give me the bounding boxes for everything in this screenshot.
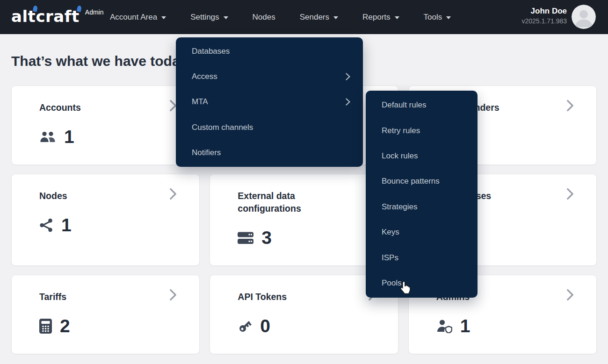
settings-dropdown-menu: Databases Access MTA Custom channels Not… (176, 37, 363, 167)
chevron-right-icon (169, 289, 177, 303)
nav-item-reports[interactable]: Reports (362, 13, 399, 22)
card-value: 2 (60, 316, 70, 336)
user-name: John Doe (521, 6, 567, 16)
top-navbar: altcraft Admin Account Area Settings Nod… (0, 0, 608, 34)
card-title: External data configurations (238, 190, 338, 215)
avatar-placeholder-icon (572, 5, 596, 29)
chevron-down-icon (446, 16, 451, 19)
card-value: 1 (64, 127, 74, 147)
submenu-item-bounce-patterns[interactable]: Bounce patterns (366, 169, 478, 194)
card-value: 0 (260, 316, 270, 336)
chevron-right-icon (346, 98, 350, 106)
avatar[interactable] (572, 5, 596, 29)
card-value: 3 (261, 228, 272, 248)
key-icon (238, 319, 252, 334)
submenu-item-isps[interactable]: ISPs (366, 245, 478, 270)
chevron-right-icon (346, 73, 350, 80)
chevron-down-icon (161, 16, 166, 19)
main-nav: Account Area Settings Nodes Senders Repo… (110, 0, 451, 34)
nav-item-account-area[interactable]: Account Area (110, 13, 166, 22)
calculator-icon (39, 319, 52, 334)
app-version: v2025.1.71.983 (521, 16, 567, 26)
card-value: 1 (460, 316, 470, 336)
menu-item-access[interactable]: Access (176, 64, 363, 89)
submenu-item-pools[interactable]: Pools (366, 271, 478, 296)
chevron-down-icon (224, 16, 228, 19)
admin-shield-icon (436, 319, 452, 333)
menu-item-mta[interactable]: MTA (176, 89, 363, 114)
users-icon (39, 130, 56, 143)
submenu-item-keys[interactable]: Keys (366, 220, 478, 245)
user-info: John Doe v2025.1.71.983 (521, 6, 567, 26)
chevron-right-icon (566, 188, 574, 202)
submenu-item-retry-rules[interactable]: Retry rules (366, 118, 478, 143)
brand-logo[interactable]: altcraft Admin (11, 6, 104, 27)
logo-t-accent: t (72, 6, 80, 27)
card-title: API Tokens (238, 291, 379, 303)
mta-submenu: Default rules Retry rules Lock rules Bou… (366, 91, 478, 298)
admin-badge: Admin (85, 8, 104, 16)
card-title: Senders (463, 101, 578, 114)
nav-item-tools[interactable]: Tools (424, 13, 451, 22)
submenu-item-default-rules[interactable]: Default rules (366, 93, 478, 118)
chevron-down-icon (395, 16, 399, 19)
chevron-right-icon (566, 100, 574, 114)
chevron-down-icon (333, 16, 338, 19)
card-nodes[interactable]: Nodes 1 (11, 174, 200, 266)
logo-t-accent: t (28, 6, 36, 27)
card-title: Tariffs (39, 291, 181, 303)
card-tariffs[interactable]: Tariffs 2 (11, 275, 200, 354)
nav-item-nodes[interactable]: Nodes (253, 13, 275, 22)
share-nodes-icon (39, 218, 53, 232)
chevron-right-icon (169, 188, 177, 202)
menu-item-custom-channels[interactable]: Custom channels (176, 115, 363, 140)
card-value: 1 (61, 215, 72, 236)
server-icon (238, 232, 253, 244)
altcraft-logo: altcraft (11, 6, 80, 27)
submenu-item-lock-rules[interactable]: Lock rules (366, 143, 478, 169)
submenu-item-strategies[interactable]: Strategies (366, 194, 478, 220)
card-title: Accounts (39, 101, 181, 114)
chevron-right-icon (566, 289, 574, 303)
card-accounts[interactable]: Accounts 1 (11, 86, 200, 165)
nav-item-senders[interactable]: Senders (300, 13, 338, 22)
card-title: Nodes (39, 190, 181, 202)
nav-item-settings[interactable]: Settings (190, 13, 228, 22)
menu-item-notifiers[interactable]: Notifiers (176, 140, 363, 165)
menu-item-databases[interactable]: Databases (176, 39, 363, 64)
